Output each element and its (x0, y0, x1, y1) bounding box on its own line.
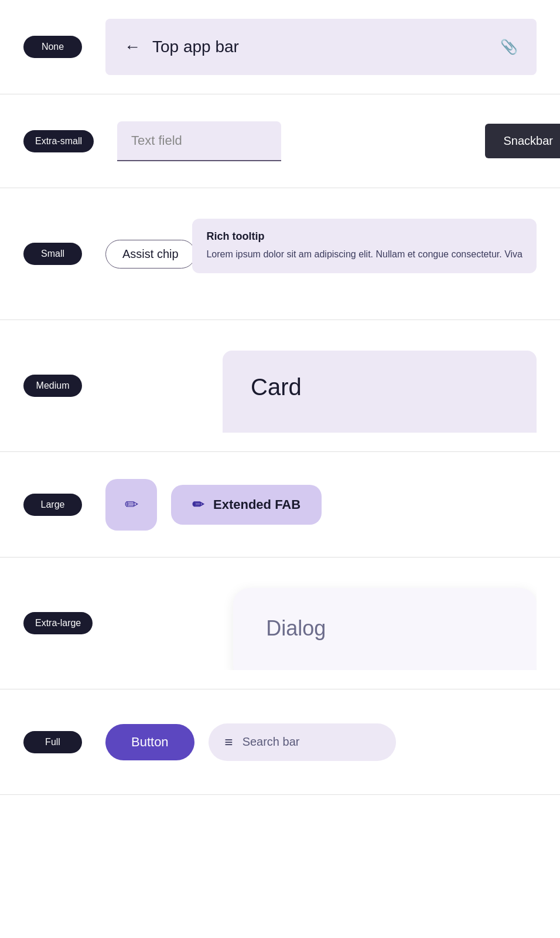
content-full: Button ≡ Search bar (105, 723, 537, 761)
card-title: Card (251, 374, 508, 400)
badge-medium: Medium (23, 375, 82, 397)
rich-tooltip-title: Rich tooltip (206, 230, 523, 243)
back-arrow-icon[interactable]: ← (124, 38, 141, 56)
card: Card (223, 351, 537, 433)
search-bar[interactable]: ≡ Search bar (209, 723, 396, 761)
dialog: Dialog (233, 588, 537, 670)
top-app-bar-left: ← Top app bar (124, 38, 239, 56)
row-full: Full Button ≡ Search bar (0, 689, 560, 795)
rich-tooltip: Rich tooltip Lorem ipsum dolor sit am ad… (192, 219, 537, 273)
row-small: Small Assist chip Rich tooltip Lorem ips… (0, 188, 560, 320)
rich-tooltip-body: Lorem ipsum dolor sit am adipiscing elit… (206, 247, 523, 261)
top-app-bar-title: Top app bar (152, 38, 239, 56)
row-large: Large ✏ ✏ Extended FAB (0, 452, 560, 558)
badge-extra-large: Extra-large (23, 612, 93, 634)
badge-none: None (23, 36, 82, 58)
row-medium: Medium Card (0, 320, 560, 452)
row-extra-small: Extra-small Text field Snackbar (0, 94, 560, 188)
badge-small: Small (23, 243, 82, 265)
text-field[interactable]: Text field (117, 121, 281, 161)
content-small: Assist chip Rich tooltip Lorem ipsum dol… (105, 207, 537, 301)
content-medium: Card (105, 339, 537, 433)
fab-button[interactable]: ✏ (105, 479, 157, 531)
snackbar: Snackbar (485, 124, 537, 158)
row-extra-large: Extra-large Dialog (0, 558, 560, 689)
clip-icon[interactable]: 📎 (500, 39, 518, 55)
content-none: ← Top app bar 📎 (105, 19, 537, 75)
hamburger-icon: ≡ (225, 734, 233, 750)
badge-full: Full (23, 731, 82, 753)
row-none: None ← Top app bar 📎 (0, 0, 560, 94)
extended-fab-label: Extended FAB (213, 497, 301, 512)
assist-chip[interactable]: Assist chip (105, 240, 196, 269)
search-bar-label: Search bar (243, 735, 300, 749)
filled-button[interactable]: Button (105, 724, 194, 760)
top-app-bar: ← Top app bar 📎 (105, 19, 537, 75)
extended-fab-pencil-icon: ✏ (192, 497, 204, 513)
content-extra-small: Text field Snackbar (117, 121, 537, 161)
extended-fab-button[interactable]: ✏ Extended FAB (171, 485, 322, 525)
content-extra-large: Dialog (116, 576, 537, 670)
badge-extra-small: Extra-small (23, 130, 94, 152)
badge-large: Large (23, 494, 82, 516)
dialog-title: Dialog (266, 616, 504, 641)
content-large: ✏ ✏ Extended FAB (105, 479, 537, 531)
fab-pencil-icon: ✏ (125, 495, 138, 514)
